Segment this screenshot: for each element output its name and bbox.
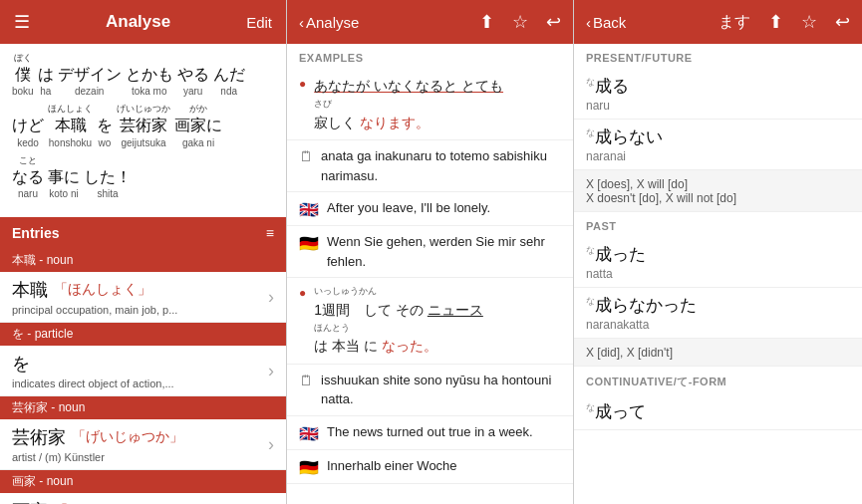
jp-ruby: げいじゅつか <box>117 105 170 114</box>
jp-word: げいじゅつか 芸術家 geijutsuka <box>117 105 170 147</box>
jp-romaji: wo <box>99 138 112 148</box>
conj-jp: な成って <box>586 400 850 423</box>
jp-ruby: こと <box>19 156 37 165</box>
jp-romaji: nda <box>220 87 237 97</box>
jp-char: を <box>97 115 113 136</box>
jp-char: んだ <box>213 64 245 86</box>
example-text: The news turned out true in a week. <box>327 422 533 442</box>
example-text: Innerhalb einer Woche <box>327 456 457 476</box>
jp-line-1: ぼく 僕 boku は ha デザイン dezain とかも toka mo <box>12 54 274 97</box>
jp-word: ほんしょく 本職 honshoku <box>48 105 93 147</box>
examples-label: EXAMPLES <box>287 44 573 69</box>
conj-romaji: naru <box>586 99 850 113</box>
entry-category: 画家 - noun <box>0 470 286 493</box>
jp-ruby: ぼく <box>14 54 32 63</box>
jp-word: がか 画家に gaka ni <box>174 105 222 147</box>
entry-category: 本職 - noun <box>0 249 286 272</box>
edit-button[interactable]: Edit <box>246 14 272 31</box>
star-icon[interactable]: ☆ <box>512 11 528 33</box>
jp-ruby: ほんしょく <box>48 105 93 114</box>
entry-definition: artist / (m) Künstler <box>12 451 274 463</box>
panel1-title: Analyse <box>106 12 170 32</box>
conj-group-label: PAST <box>574 212 862 237</box>
share-icon[interactable]: ⬆ <box>479 11 494 33</box>
jp-char: 僕 <box>15 64 31 86</box>
jp-romaji: ha <box>40 87 51 97</box>
list-item[interactable]: 本職 「ほんしょく」 principal occupation, main jo… <box>0 272 286 323</box>
jp-word: とかも toka mo <box>126 63 173 97</box>
jp-romaji: toka mo <box>132 87 167 97</box>
jp-word: やる yaru <box>177 63 209 97</box>
reply-icon[interactable]: ↩ <box>546 11 561 33</box>
conj-item-alt: X [did], X [didn't] <box>574 339 862 367</box>
conj-jp: な成った <box>586 243 850 266</box>
jp-romaji: honshoku <box>49 138 92 148</box>
share-icon-p3[interactable]: ⬆ <box>768 11 783 33</box>
entry-category: を - particle <box>0 323 286 346</box>
jp-word: 事に koto ni <box>48 165 80 199</box>
jp-romaji: boku <box>12 87 34 97</box>
jp-line-2: けど kedo ほんしょく 本職 honshoku を wo げいじゅつか 芸術… <box>12 105 274 147</box>
jp-romaji: gaka ni <box>182 138 214 148</box>
jp-char: 画家に <box>174 115 222 136</box>
conj-item: な成る naru <box>574 69 862 120</box>
jp-romaji: shita <box>97 189 118 199</box>
jp-romaji: koto ni <box>49 189 78 199</box>
entry-jp-char: を <box>12 352 30 376</box>
entry-reading: 「ほんしょく」 <box>54 281 151 299</box>
jp-char: は <box>38 64 54 86</box>
conj-jp: な成らない <box>586 126 850 148</box>
jp-char: した！ <box>84 166 132 188</box>
entry-jp-title: 画家 「がか」 <box>12 499 274 504</box>
example-item: 🇩🇪 Innerhalb einer Woche <box>287 450 573 484</box>
conj-item-alt: X [does], X will [do]X doesn't [do], X w… <box>574 170 862 212</box>
jp-romaji: dezain <box>75 87 104 97</box>
entry-jp-char: 芸術家 <box>12 425 66 449</box>
list-item[interactable]: 画家 「がか」 <box>0 493 286 504</box>
jp-word: した！ shita <box>84 165 132 199</box>
entry-definition: principal occupation, main job, p... <box>12 304 274 316</box>
star-icon-p3[interactable]: ☆ <box>801 11 817 33</box>
jp-romaji: geijutsuka <box>121 138 165 148</box>
jp-char: なる <box>12 166 44 188</box>
jp-ruby: がか <box>189 105 207 114</box>
entries-header: Entries ≡ <box>0 217 286 249</box>
entry-jp-char: 本職 <box>12 278 48 302</box>
reply-icon-p3[interactable]: ↩ <box>835 11 850 33</box>
panel1-header: ☰ Analyse Edit <box>0 0 286 44</box>
list-item[interactable]: 芸術家 「げいじゅつか」 artist / (m) Künstler <box>0 419 286 470</box>
example-text: あなたが いなくなると とても さび 寂しく なります。 <box>314 75 503 133</box>
jp-word: ぼく 僕 boku <box>12 54 34 97</box>
entry-category: 芸術家 - noun <box>0 396 286 419</box>
jp-char: 事に <box>48 166 80 188</box>
jp-char: デザイン <box>58 64 122 86</box>
back-label: Analyse <box>306 14 359 31</box>
list-item[interactable]: を indicates direct object of action,... <box>0 346 286 396</box>
entry-jp-title: を <box>12 352 274 376</box>
jp-char: 芸術家 <box>120 115 167 136</box>
chevron-left-icon-p3: ‹ <box>586 14 591 31</box>
entry-definition: indicates direct object of action,... <box>12 378 274 389</box>
masu-label[interactable]: ます <box>718 12 750 33</box>
entries-list: 本職 - noun 本職 「ほんしょく」 principal occupatio… <box>0 249 286 504</box>
entry-jp-title: 芸術家 「げいじゅつか」 <box>12 425 274 449</box>
list-icon[interactable]: ≡ <box>266 225 274 241</box>
back-button-p3[interactable]: ‹ Back <box>586 14 626 31</box>
conj-item: な成った natta <box>574 237 862 288</box>
jp-char: やる <box>177 64 209 86</box>
back-button[interactable]: ‹ Analyse <box>299 14 359 31</box>
examples-section: EXAMPLES ● あなたが いなくなると とても さび 寂しく なります。 … <box>287 44 573 504</box>
jp-romaji: kedo <box>17 138 39 148</box>
entry-jp-char: 画家 <box>12 499 48 504</box>
conj-romaji: natta <box>586 267 850 281</box>
conj-group-label: CONTINUATIVE/て-FORM <box>574 367 862 394</box>
example-text: isshuukan shite sono nyūsu ha hontouni n… <box>321 371 561 409</box>
conj-jp: な成らなかった <box>586 294 850 317</box>
de-flag: 🇩🇪 <box>299 234 319 253</box>
japanese-text-area: ぼく 僕 boku は ha デザイン dezain とかも toka mo <box>0 44 286 217</box>
example-item: ● いっしゅうかん 1週間 して その ニュース ほんとう は 本当 に なった… <box>287 278 573 365</box>
gb-flag2: 🇬🇧 <box>299 424 319 443</box>
conj-en: X [does], X will [do]X doesn't [do], X w… <box>586 177 850 205</box>
document-icon: 🗒 <box>299 148 313 164</box>
menu-icon[interactable]: ☰ <box>14 11 30 33</box>
